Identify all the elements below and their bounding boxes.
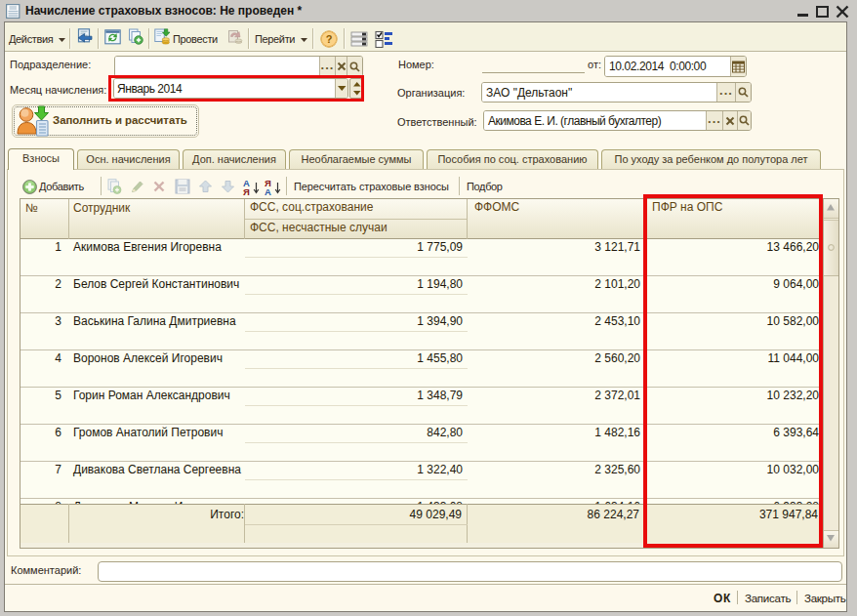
svg-text:Я: Я (243, 186, 250, 196)
svg-text:А: А (265, 186, 271, 196)
svg-text:?: ? (326, 33, 333, 45)
